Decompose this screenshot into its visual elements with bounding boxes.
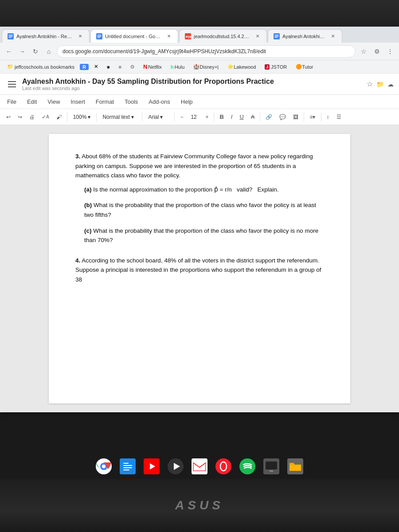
strikethrough-button[interactable]: A — [248, 112, 258, 121]
font-size-value: 12 — [191, 114, 196, 120]
star-icon[interactable]: ☆ — [367, 80, 373, 88]
question-4-text: 4. According to the school board, 48% of… — [75, 256, 324, 285]
bookmark-r[interactable]: R — [80, 64, 89, 70]
tab-3-close[interactable]: ✕ — [254, 33, 261, 40]
zoom-dropdown[interactable]: 100% ▾ — [70, 113, 94, 121]
style-dropdown[interactable]: Normal text ▾ — [99, 113, 139, 121]
bookmark-jeffco[interactable]: 📁 jeffcoschools.us bookmarks — [4, 63, 78, 70]
taskbar-folder[interactable] — [287, 458, 304, 475]
font-size-increase[interactable]: + — [203, 113, 211, 121]
hulu-icon: h — [171, 64, 174, 70]
taskbar-gmail[interactable] — [191, 458, 208, 475]
menu-help[interactable]: Help — [179, 98, 195, 106]
bold-button[interactable]: B — [217, 112, 226, 121]
svg-point-33 — [239, 458, 255, 474]
tab-1-close[interactable]: ✕ — [77, 33, 84, 40]
font-value: Arial — [148, 114, 159, 120]
taskbar-files[interactable] — [119, 458, 136, 475]
align-dropdown[interactable]: ≡▾ — [307, 113, 318, 121]
more-button[interactable]: ⋮ — [385, 46, 395, 57]
toolbar-sep-6 — [260, 113, 260, 121]
question-3a-text: (a) Is the normal approximation to the p… — [84, 185, 324, 195]
line-spacing-button[interactable]: ↕ — [324, 113, 332, 121]
tab-4-close[interactable]: ✕ — [329, 33, 336, 40]
image-button[interactable]: 🖼 — [290, 113, 301, 121]
tab-4-label: Ayalnesh Antokhin - Day... — [282, 34, 327, 39]
tutor-icon: 🟠 — [296, 64, 302, 70]
list-button[interactable]: ☰ — [334, 113, 344, 121]
svg-rect-35 — [266, 462, 277, 469]
paint-format-button[interactable]: 🖌 — [54, 113, 64, 121]
bookmarks-bar: 📁 jeffcoschools.us bookmarks R ✕ ■ ≡ ⊙ N… — [0, 60, 399, 74]
toolbar-sep-1 — [67, 113, 67, 121]
question-3c: (c) What is the probability that the pro… — [84, 226, 324, 245]
bookmark-jstor-label: JSTOR — [271, 64, 287, 70]
print-button[interactable]: 🖨 — [27, 113, 37, 121]
reload-button[interactable]: ↻ — [30, 46, 41, 57]
svg-rect-1 — [9, 35, 13, 35]
svg-rect-13 — [275, 37, 278, 37]
question-3a: (a) Is the normal approximation to the p… — [84, 185, 324, 195]
folder-move-icon[interactable]: 📁 — [376, 81, 384, 88]
bookmark-circle[interactable]: ⊙ — [127, 63, 138, 70]
undo-button[interactable]: ↩ — [4, 113, 13, 121]
bookmark-netflix[interactable]: N Netflix — [140, 63, 165, 71]
doc-body: 3. About 68% of the students at Fairview… — [0, 125, 399, 412]
menu-edit[interactable]: Edit — [25, 98, 39, 106]
svg-rect-7 — [98, 37, 100, 37]
bookmark-tutor-label: Tutor — [302, 64, 313, 70]
spellcheck-button[interactable]: ✓A — [39, 113, 52, 121]
tab-2[interactable]: Untitled document - Google Doc ✕ — [90, 29, 178, 43]
docs-hamburger-icon[interactable] — [5, 78, 19, 91]
laptop-bottom-bezel: ASUS — [0, 479, 399, 532]
taskbar-screen[interactable] — [263, 458, 280, 475]
underline-button[interactable]: U — [237, 112, 246, 121]
tab-4[interactable]: Ayalnesh Antokhin - Day... ✕ — [268, 29, 342, 43]
home-button[interactable]: ⌂ — [43, 46, 54, 57]
taskbar-opera[interactable] — [215, 458, 232, 475]
bookmark-hulu[interactable]: h Hulu — [167, 63, 188, 70]
bookmark-lakewood[interactable]: ⭐ Lakewood — [224, 63, 259, 70]
font-size-decrease[interactable]: − — [177, 113, 186, 121]
browser-window: Ayalnesh Antokhin - Research C... ✕ Unti… — [0, 27, 399, 412]
menu-tools[interactable]: Tools — [123, 98, 140, 106]
taskbar-chrome[interactable] — [95, 458, 112, 475]
tab-2-close[interactable]: ✕ — [165, 33, 172, 40]
doc-page: 3. About 68% of the students at Fairview… — [49, 134, 350, 403]
menu-insert[interactable]: Insert — [69, 98, 87, 106]
forward-button[interactable]: → — [17, 46, 27, 57]
menu-view[interactable]: View — [46, 98, 62, 106]
menu-format[interactable]: Format — [94, 98, 116, 106]
bookmark-jstor[interactable]: J JSTOR — [261, 63, 290, 70]
address-input[interactable] — [57, 45, 356, 58]
extensions-button[interactable]: ⚙ — [372, 46, 382, 57]
back-button[interactable]: ← — [4, 46, 14, 57]
font-dropdown[interactable]: Arial ▾ — [145, 113, 172, 121]
comment-button[interactable]: 💬 — [277, 113, 289, 121]
bookmark-tutor[interactable]: 🟠 Tutor — [292, 63, 317, 70]
bookmark-square[interactable]: ■ — [103, 63, 113, 70]
lakewood-icon: ⭐ — [227, 64, 234, 70]
tab-3[interactable]: PDF jearlmodcultstud.15.4.22.pdf ✕ — [179, 29, 267, 43]
address-bar: ← → ↻ ⌂ ☆ ⚙ ⋮ — [0, 43, 399, 60]
toolbar-sep-4 — [174, 113, 175, 121]
q3a-label: (a) — [84, 186, 92, 193]
taskbar-spotify[interactable] — [239, 458, 256, 475]
bookmark-disney[interactable]: 🏰 Disney+| — [190, 63, 222, 70]
taskbar-youtube[interactable] — [143, 458, 160, 475]
bookmark-x[interactable]: ✕ — [90, 63, 102, 70]
bookmark-netflix-label: Netflix — [148, 64, 162, 70]
cloud-save-icon[interactable]: ☁ — [387, 81, 394, 88]
question-3c-text: (c) What is the probability that the pro… — [84, 226, 324, 245]
bookmark-star[interactable]: ☆ — [358, 46, 369, 57]
tab-1[interactable]: Ayalnesh Antokhin - Research C... ✕ — [2, 29, 90, 43]
font-size-input[interactable]: 12 — [188, 113, 201, 121]
link-button[interactable]: 🔗 — [263, 113, 275, 121]
italic-button[interactable]: I — [228, 112, 235, 121]
menu-addons[interactable]: Add-ons — [147, 98, 172, 106]
svg-rect-11 — [275, 35, 279, 35]
bookmark-menu[interactable]: ≡ — [115, 63, 125, 70]
taskbar-play[interactable] — [167, 458, 184, 475]
menu-file[interactable]: File — [5, 98, 18, 106]
redo-button[interactable]: ↪ — [15, 113, 25, 121]
